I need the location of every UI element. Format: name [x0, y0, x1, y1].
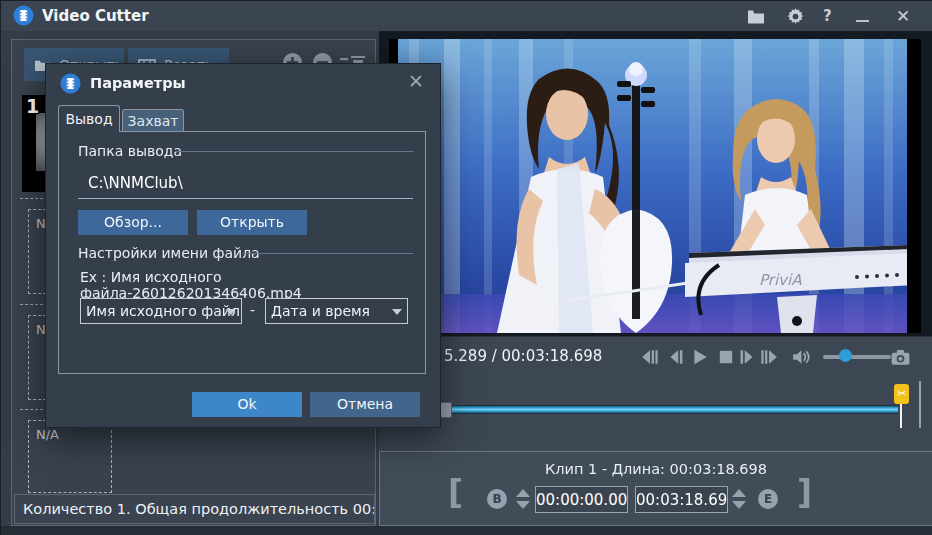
- end-badge[interactable]: E: [758, 489, 778, 509]
- help-button[interactable]: ?: [823, 7, 832, 25]
- timeline-start-handle[interactable]: [440, 402, 452, 418]
- filename-example: Ex : Имя исходного файла-260126201346406…: [80, 269, 425, 301]
- dialog-close-button[interactable]: ✕: [408, 70, 424, 92]
- step-back-button[interactable]: [667, 348, 685, 366]
- tab-output[interactable]: Вывод: [58, 105, 120, 132]
- volume-icon[interactable]: [792, 348, 812, 366]
- ok-button[interactable]: Ok: [192, 392, 302, 417]
- settings-gear-icon[interactable]: [786, 7, 805, 26]
- total-duration-status: Количество 1. Общая продолжительность 00…: [14, 494, 375, 524]
- end-bracket: ]: [797, 476, 812, 510]
- time-display: 5.289 / 00:03:18.698: [444, 347, 602, 365]
- end-time-stepper[interactable]: [732, 488, 746, 510]
- video-preview[interactable]: PriviA: [389, 39, 921, 333]
- app-window: Video Cutter ? ✕ Открыть Резать: [0, 0, 932, 535]
- step-forward-button[interactable]: [738, 348, 756, 366]
- output-path-underline: [78, 198, 413, 199]
- begin-badge[interactable]: B: [487, 489, 507, 509]
- cut-marker-line: [900, 404, 902, 428]
- browse-button[interactable]: Обзор...: [78, 210, 188, 235]
- filename-part2-value: Дата и время: [271, 303, 370, 319]
- cancel-button[interactable]: Отмена: [310, 392, 420, 417]
- filename-group-label: Настройки имени файла: [78, 245, 260, 261]
- end-time-input[interactable]: [635, 486, 728, 513]
- app-logo-icon: [13, 5, 34, 26]
- dialog-logo-icon: [60, 73, 81, 94]
- minimize-button[interactable]: [856, 20, 869, 22]
- parameters-dialog: Параметры ✕ Вывод Захват Папка вывода C:…: [45, 63, 441, 428]
- cut-marker-flag[interactable]: ✂: [894, 384, 909, 404]
- window-bottom-edge: [1, 526, 932, 535]
- video-player: PriviA: [379, 31, 932, 336]
- volume-slider-thumb[interactable]: [839, 349, 852, 362]
- dialog-title: Параметры: [90, 75, 186, 91]
- chevron-down-icon: [392, 309, 402, 315]
- output-tab-panel: Папка вывода C:\NNMClub\ Обзор... Открыт…: [58, 131, 426, 374]
- group-divider: [243, 253, 413, 254]
- timeline-section: ✂: [379, 376, 932, 451]
- play-button[interactable]: [691, 348, 709, 366]
- group-divider: [175, 151, 413, 152]
- keyboard-brand-text: PriviA: [759, 271, 802, 289]
- empty-clip-slot: N/A: [28, 420, 112, 493]
- prev-frame-button[interactable]: [641, 348, 659, 366]
- timeline-end-edge: [919, 381, 921, 428]
- filename-part1-dropdown[interactable]: Имя исходного файла: [80, 298, 242, 324]
- chevron-down-icon: [226, 309, 236, 315]
- snapshot-camera-button[interactable]: [891, 348, 910, 366]
- open-folder-icon[interactable]: [747, 8, 765, 25]
- tab-capture[interactable]: Захват: [122, 109, 184, 132]
- playback-control-bar: 5.289 / 00:03:18.698: [379, 336, 932, 376]
- start-time-input[interactable]: [535, 486, 628, 513]
- timeline-track[interactable]: [444, 405, 898, 414]
- next-frame-button[interactable]: [760, 348, 778, 366]
- clip-number-badge: 1: [26, 95, 39, 117]
- volume-slider-track[interactable]: [823, 355, 891, 359]
- begin-bracket: [: [448, 476, 463, 510]
- title-bar: Video Cutter ? ✕: [1, 1, 932, 31]
- window-title: Video Cutter: [42, 7, 149, 25]
- dropdown-separator: -: [250, 302, 255, 318]
- output-folder-group-label: Папка вывода: [78, 143, 182, 159]
- open-folder-button[interactable]: Открыть: [197, 210, 307, 235]
- output-path-value[interactable]: C:\NNMClub\: [88, 174, 183, 192]
- filename-part1-value: Имя исходного файла: [86, 303, 242, 319]
- window-close-button[interactable]: ✕: [896, 6, 910, 26]
- stop-button[interactable]: [717, 348, 735, 366]
- start-time-stepper[interactable]: [516, 488, 530, 510]
- clip-edit-panel: Клип 1 - Длина: 00:03:18.698 [ B E ]: [379, 451, 932, 526]
- filename-part2-dropdown[interactable]: Дата и время: [265, 298, 408, 324]
- na-label: N/A: [36, 427, 59, 442]
